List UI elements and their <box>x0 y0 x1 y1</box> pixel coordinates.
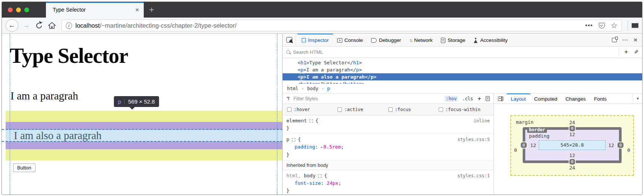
new-tab-button[interactable]: + <box>144 2 159 18</box>
rule-location[interactable]: styles.css:1 <box>457 172 490 180</box>
page-paragraph-2-highlighted: I am also a paragrah <box>14 130 102 141</box>
breadcrumb-body[interactable]: body <box>307 86 318 91</box>
page-button[interactable]: Button <box>13 163 35 172</box>
selector-target-icon[interactable] <box>318 174 321 178</box>
inherited-from-body-header: Inherited from body <box>283 160 494 170</box>
devtools-panel: Inspector Console Debugger ↑↓ Network <box>283 34 642 195</box>
margin-left-value[interactable]: 0 <box>514 147 517 153</box>
rule-location[interactable]: inline <box>474 117 490 125</box>
tab-fonts[interactable]: Fonts <box>590 94 611 104</box>
declaration-font-size[interactable]: font-size: 24px; <box>286 180 490 187</box>
menu-hamburger-icon[interactable] <box>632 23 638 28</box>
rule-selector[interactable]: element <box>286 117 307 125</box>
rule-html-body: html, body{styles.css:1 font-size: 24px;… <box>283 170 494 195</box>
tab-changes[interactable]: Changes <box>561 94 590 104</box>
tab-debugger[interactable]: Debugger <box>367 34 405 46</box>
rule-location[interactable]: styles.css:5 <box>457 136 490 143</box>
close-window-button[interactable] <box>8 7 13 12</box>
pseudo-focus[interactable]: :focus <box>388 107 439 112</box>
tab-computed[interactable]: Computed <box>530 94 561 104</box>
tab-accessibility[interactable]: Accessibility <box>469 34 512 46</box>
add-node-button[interactable]: + <box>624 48 628 56</box>
tooltip-divider <box>124 99 125 104</box>
border-bottom-value[interactable]: 0 <box>569 159 575 165</box>
site-info-icon[interactable]: i <box>66 22 72 29</box>
search-html-input[interactable] <box>293 49 619 55</box>
hover-checkbox[interactable] <box>287 107 292 112</box>
back-button[interactable]: ← <box>6 19 18 32</box>
markup-line-p2-selected[interactable]: <p>I am also a paragrah</p> <box>283 73 642 80</box>
active-checkbox[interactable] <box>337 107 342 112</box>
home-button[interactable] <box>46 22 58 29</box>
filter-styles-bar: :hov .cls + <box>283 94 494 104</box>
search-icon <box>286 50 290 54</box>
rule-selector[interactable]: body <box>304 172 315 180</box>
expand-declaration-icon[interactable]: ▶ <box>321 146 323 149</box>
filter-icon <box>286 97 290 101</box>
reload-button[interactable] <box>33 20 44 31</box>
toolbar-divider <box>628 21 628 30</box>
tab-storage-label: Storage <box>448 37 465 43</box>
tab-network[interactable]: ↑↓ Network <box>405 34 437 46</box>
html-search-bar: + ✎ <box>283 46 642 58</box>
devtools-settings-icon[interactable]: ⋯ <box>622 36 628 43</box>
markup-line-p1[interactable]: <p>I am a paragrah</p> <box>283 66 642 73</box>
pseudo-focus-within[interactable]: :focus-within <box>439 107 489 112</box>
focus-within-checkbox[interactable] <box>439 107 443 112</box>
selector-target-icon[interactable] <box>292 138 295 141</box>
margin-right-value[interactable]: 0 <box>627 147 630 153</box>
border-left-value[interactable]: 0 <box>521 143 527 148</box>
minimize-window-button[interactable] <box>16 7 21 12</box>
url-text[interactable]: localhost/~martine/architecting-css/chap… <box>75 22 585 29</box>
box-model-panel: margin 24 0 0 border 0 0 0 0 <box>494 104 642 195</box>
rule-selector[interactable]: p <box>286 136 289 143</box>
bookmark-star-icon[interactable]: ☆ <box>611 21 617 30</box>
element-size-tooltip: p 569 × 52.8 <box>114 96 159 107</box>
devtools-toolbar: Inspector Console Debugger ↑↓ Network <box>283 34 642 46</box>
devtools-toolbar-right: ⋯ ✕ <box>607 34 642 46</box>
pseudo-active[interactable]: :active <box>337 107 388 112</box>
node-picker-button[interactable] <box>283 34 296 46</box>
devtools-close-icon[interactable]: ✕ <box>633 37 638 43</box>
filter-styles-input[interactable] <box>293 96 445 101</box>
network-icon: ↑↓ <box>409 37 412 43</box>
focus-checkbox[interactable] <box>388 107 393 112</box>
selector-target-icon[interactable] <box>309 119 313 123</box>
pseudo-hover[interactable]: :hover <box>287 107 337 112</box>
rules-pane: :hov .cls + :hover :active :focus :focus… <box>283 94 494 195</box>
add-rule-button[interactable]: + <box>477 95 481 102</box>
separate-window-icon[interactable] <box>612 38 617 42</box>
tab-close-icon[interactable]: ✕ <box>135 7 139 13</box>
border-right-value[interactable]: 0 <box>617 143 623 148</box>
sidebar-tabs-overflow-icon[interactable]: ▾ <box>633 94 642 104</box>
highlight-margin-bottom <box>6 149 283 160</box>
pseudo-class-toggle[interactable]: :hov <box>445 96 458 102</box>
forward-button[interactable]: → <box>21 21 32 30</box>
eyedropper-icon[interactable]: ✎ <box>634 49 638 55</box>
highlight-padding-top <box>6 122 283 130</box>
maximize-window-button[interactable] <box>24 7 29 12</box>
breadcrumb-p-selected[interactable]: p <box>327 86 330 91</box>
markup-line-button-clipped[interactable]: <button>Button</button> <box>283 80 642 84</box>
page-actions-icon[interactable]: ••• <box>585 22 593 29</box>
tab-layout[interactable]: Layout <box>507 94 530 104</box>
class-toggle[interactable]: .cls <box>462 96 473 101</box>
url-bar[interactable]: i localhost/~martine/architecting-css/ch… <box>62 19 622 31</box>
padding-left-value[interactable]: 12 <box>528 143 539 148</box>
print-simulation-icon[interactable] <box>486 96 490 101</box>
sidebar-toggle-button[interactable] <box>494 94 507 104</box>
tab-inspector[interactable]: Inspector <box>298 34 333 46</box>
tab-console[interactable]: Console <box>333 34 367 46</box>
declaration-padding[interactable]: padding: ▶0.5rem; <box>286 143 490 151</box>
active-tab-indicator <box>46 2 144 3</box>
padding-right-value[interactable]: 12 <box>606 143 617 148</box>
tooltip-dimensions: 569 × 52.8 <box>128 98 155 105</box>
tab-storage[interactable]: Storage <box>437 34 469 46</box>
breadcrumb-html[interactable]: html <box>287 86 298 91</box>
browser-tab[interactable]: Type Selector ✕ <box>46 2 144 18</box>
markup-line-h1[interactable]: <h1>Type Selector</h1> <box>283 59 642 66</box>
pocket-icon[interactable] <box>599 23 605 28</box>
border-top-value[interactable]: 0 <box>569 126 575 131</box>
tab-inspector-label: Inspector <box>308 37 329 43</box>
content-size-value[interactable]: 545×28.8 <box>539 140 606 150</box>
